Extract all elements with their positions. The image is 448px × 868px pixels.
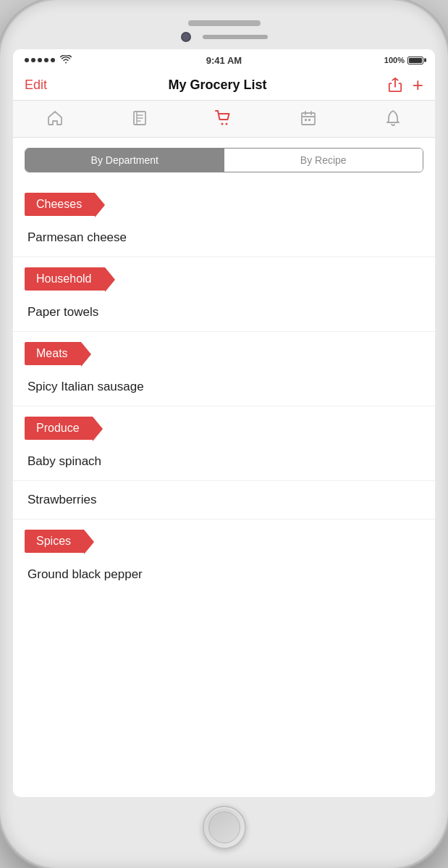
screen: 9:41 AM 100% Edit My Grocery List + xyxy=(13,49,435,797)
category-wrap: Cheeses xyxy=(13,188,435,217)
book-icon xyxy=(132,110,148,130)
signal-area xyxy=(25,55,72,65)
svg-rect-6 xyxy=(308,119,310,121)
category-label-household[interactable]: Household xyxy=(25,267,105,291)
svg-rect-4 xyxy=(302,113,315,125)
list-item[interactable]: Paper towels xyxy=(13,293,435,332)
signal-dot-2 xyxy=(31,58,35,62)
battery-area: 100% xyxy=(384,56,423,64)
grocery-list-content: CheesesParmesan cheeseHouseholdPaper tow… xyxy=(13,183,435,797)
tab-recipes[interactable] xyxy=(125,108,154,131)
signal-dot-4 xyxy=(44,58,48,62)
svg-point-2 xyxy=(221,122,224,125)
home-button-inner xyxy=(208,811,240,843)
list-item[interactable]: Parmesan cheese xyxy=(13,219,435,257)
nav-actions: + xyxy=(388,75,423,94)
category-label-spices[interactable]: Spices xyxy=(25,530,84,553)
status-bar: 9:41 AM 100% xyxy=(13,49,435,70)
list-item[interactable]: Strawberries xyxy=(13,481,435,519)
category-label-meats[interactable]: Meats xyxy=(25,342,81,365)
svg-rect-5 xyxy=(305,119,307,121)
front-camera xyxy=(181,32,191,42)
segment-by-recipe[interactable]: By Recipe xyxy=(224,149,423,172)
camera-row xyxy=(181,32,268,42)
segment-by-department[interactable]: By Department xyxy=(25,149,224,172)
svg-point-3 xyxy=(226,122,228,125)
category-wrap: Household xyxy=(13,263,435,292)
list-item[interactable]: Baby spinach xyxy=(13,443,435,481)
bell-icon xyxy=(386,110,400,130)
wifi-icon xyxy=(60,55,72,65)
list-item[interactable]: Spicy Italian sausage xyxy=(13,368,435,406)
signal-dot-1 xyxy=(25,58,29,62)
list-item[interactable]: Ground black pepper xyxy=(13,556,435,593)
battery-icon xyxy=(407,57,423,64)
add-button[interactable]: + xyxy=(413,75,423,94)
tab-calendar[interactable] xyxy=(294,108,323,131)
category-label-produce[interactable]: Produce xyxy=(25,417,93,440)
category-wrap: Meats xyxy=(13,338,435,367)
signal-dot-5 xyxy=(51,58,55,62)
calendar-icon xyxy=(300,110,316,130)
home-icon xyxy=(47,110,63,130)
nav-bar: Edit My Grocery List + xyxy=(13,70,435,101)
nav-title: My Grocery List xyxy=(168,78,266,93)
tab-bar xyxy=(13,101,435,138)
home-button[interactable] xyxy=(203,806,246,849)
tab-home[interactable] xyxy=(41,108,69,131)
top-speaker xyxy=(188,20,261,26)
category-wrap: Produce xyxy=(13,412,435,441)
status-time: 9:41 AM xyxy=(206,55,242,66)
tab-notifications[interactable] xyxy=(379,108,407,131)
cart-icon xyxy=(215,110,232,130)
edit-button[interactable]: Edit xyxy=(25,78,47,93)
category-label-cheeses[interactable]: Cheeses xyxy=(25,193,95,216)
battery-percent: 100% xyxy=(384,56,405,64)
share-button[interactable] xyxy=(388,78,402,92)
category-wrap: Spices xyxy=(13,525,435,554)
phone-frame: 9:41 AM 100% Edit My Grocery List + xyxy=(0,0,448,868)
segment-control: By Department By Recipe xyxy=(25,148,423,172)
earpiece xyxy=(203,35,268,39)
signal-dot-3 xyxy=(38,58,42,62)
battery-fill xyxy=(409,58,422,63)
tab-cart[interactable] xyxy=(209,108,238,131)
